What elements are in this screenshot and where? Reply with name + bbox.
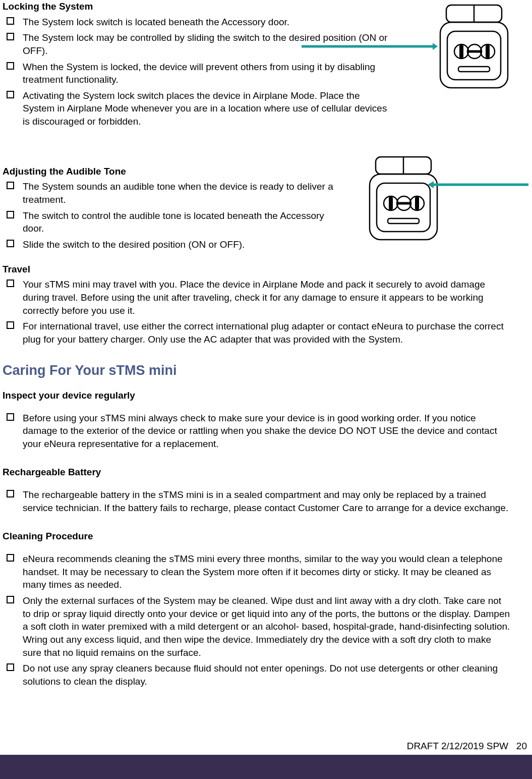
list-item: Activating the System lock switch places… (3, 88, 512, 130)
heading-inspect: Inspect your device regularly (3, 389, 512, 402)
list-cleaning: eNeura recommends cleaning the sTMS mini… (3, 551, 512, 689)
list-item: Only the external surfaces of the System… (3, 593, 512, 660)
list-item-text: The rechargeable battery in the sTMS min… (23, 489, 508, 513)
list-item-text: Your sTMS mini may travel with you. Plac… (23, 279, 485, 315)
page: Locking the System The System lock switc… (0, 0, 532, 779)
list-item: The System lock switch is located beneat… (3, 14, 512, 30)
list-item: The System sounds an audible tone when t… (3, 179, 512, 207)
list-item-text: When the System is locked, the device wi… (23, 61, 391, 86)
list-item-text: The System sounds an audible tone when t… (23, 180, 343, 206)
list-item-text: The System lock may be controlled by sli… (23, 31, 391, 57)
list-travel: Your sTMS mini may travel with you. Plac… (3, 276, 512, 347)
list-item: When the System is locked, the device wi… (3, 59, 512, 88)
list-item: Slide the switch to the desired position… (3, 237, 512, 253)
list-item-text: Do not use any spray cleaners because fl… (23, 663, 498, 687)
heading-cleaning: Cleaning Procedure (3, 530, 512, 543)
list-item: The switch to control the audible tone i… (3, 208, 512, 237)
list-item-text: Before using your sTMS mini always check… (23, 413, 497, 449)
list-audible: The System sounds an audible tone when t… (3, 179, 512, 252)
footer: DRAFT 2/12/2019 SPW 20 (407, 740, 527, 753)
heading-locking: Locking the System (3, 0, 512, 13)
list-item: Your sTMS mini may travel with you. Plac… (3, 276, 512, 318)
list-battery: The rechargeable battery in the sTMS min… (3, 487, 512, 516)
list-item: Do not use any spray cleaners because fl… (3, 660, 512, 689)
heading-travel: Travel (3, 263, 512, 276)
heading-battery: Rechargeable Battery (3, 466, 512, 479)
list-item-text: Slide the switch to the desired position… (23, 238, 343, 251)
list-inspect: Before using your sTMS mini always check… (3, 410, 512, 452)
list-item: For international travel, use either the… (3, 318, 512, 347)
list-item-text: Only the external surfaces of the System… (23, 595, 510, 658)
list-item-text: eNeura recommends cleaning the sTMS mini… (23, 553, 503, 590)
heading-caring: Caring For Your sTMS mini (3, 361, 512, 379)
list-item: eNeura recommends cleaning the sTMS mini… (3, 551, 512, 593)
list-item-text: The switch to control the audible tone i… (23, 209, 343, 235)
list-item: The System lock may be controlled by sli… (3, 30, 512, 59)
list-locking: The System lock switch is located beneat… (3, 14, 512, 130)
list-item: The rechargeable battery in the sTMS min… (3, 487, 512, 516)
list-item: Before using your sTMS mini always check… (3, 410, 512, 452)
page-number: 20 (516, 741, 527, 751)
footer-bar (0, 755, 532, 779)
list-item-text: For international travel, use either the… (23, 321, 504, 345)
list-item-text: The System lock switch is located beneat… (23, 16, 391, 29)
list-item-text: Activating the System lock switch places… (23, 89, 391, 128)
footer-text: DRAFT 2/12/2019 SPW (407, 741, 508, 751)
